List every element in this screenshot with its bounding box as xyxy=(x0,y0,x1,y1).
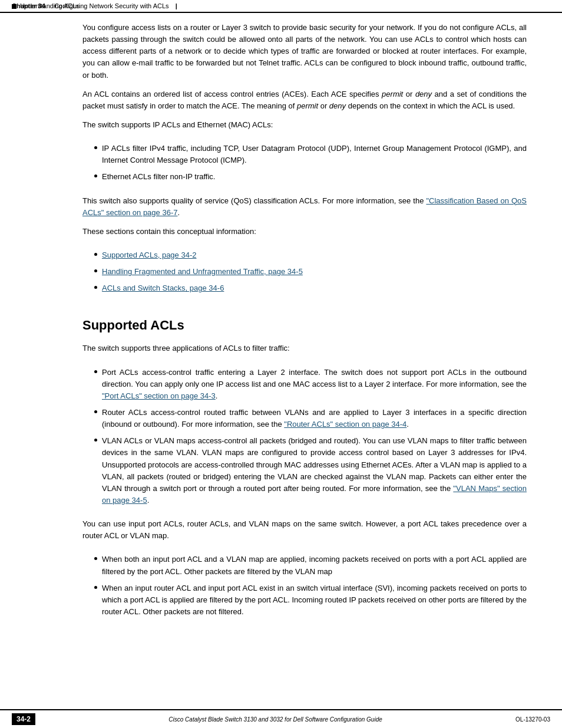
para2-deny2: deny xyxy=(329,101,346,110)
bullet-icon xyxy=(94,269,97,272)
vlan-acl-text: VLAN ACLs or VLAN maps access-control al… xyxy=(102,435,527,506)
acl-applications-list: Port ACLs access-control traffic enterin… xyxy=(94,367,527,512)
para4-prefix: This switch also supports quality of ser… xyxy=(82,196,426,205)
supported-acls-heading: Supported ACLs xyxy=(82,318,527,333)
list-item: VLAN ACLs or VLAN maps access-control al… xyxy=(94,435,527,506)
page-header: Understanding ACLs Chapter 34 Configurin… xyxy=(0,0,562,13)
list-item: When an input router ACL and input port … xyxy=(94,582,527,618)
precedence-list: When both an input port ACL and a VLAN m… xyxy=(94,554,527,622)
bullet-icon xyxy=(94,439,97,442)
para2-deny: deny xyxy=(415,90,432,98)
para2-prefix: An ACL contains an ordered list of acces… xyxy=(82,90,382,98)
paragraph-4: This switch also supports quality of ser… xyxy=(82,195,527,219)
black-square-icon xyxy=(12,4,16,9)
supported-acls-link[interactable]: Supported ACLs, page 34-2 xyxy=(102,249,196,261)
port-acl-prefix: Port ACLs access-control traffic enterin… xyxy=(102,368,527,388)
paragraph-2: An ACL contains an ordered list of acces… xyxy=(82,88,527,112)
bullet-ip-acl: IP ACLs filter IPv4 traffic, including T… xyxy=(102,143,527,166)
list-item: Router ACLs access-control routed traffi… xyxy=(94,407,527,430)
para2-suffix: depends on the context in which the ACL … xyxy=(346,101,515,110)
bullet-input1: When both an input port ACL and a VLAN m… xyxy=(102,554,527,577)
router-acl-text: Router ACLs access-control routed traffi… xyxy=(102,407,527,430)
paragraph-3: The switch supports IP ACLs and Ethernet… xyxy=(82,119,527,131)
header-section-label: Understanding ACLs xyxy=(12,2,80,9)
list-item: When both an input port ACL and a VLAN m… xyxy=(94,554,527,577)
acl-types-list: IP ACLs filter IPv4 traffic, including T… xyxy=(94,143,527,187)
footer-doc-title: Cisco Catalyst Blade Switch 3130 and 303… xyxy=(168,716,382,723)
para2-mid: or xyxy=(403,90,415,98)
paragraph-1: You configure access lists on a router o… xyxy=(82,22,527,81)
bullet-icon xyxy=(94,146,97,149)
para2-mid3: or xyxy=(318,101,329,110)
list-item: Supported ACLs, page 34-2 xyxy=(94,249,527,261)
port-acl-text: Port ACLs access-control traffic enterin… xyxy=(102,367,527,402)
switch-stacks-link[interactable]: ACLs and Switch Stacks, page 34-6 xyxy=(102,282,224,294)
list-item: IP ACLs filter IPv4 traffic, including T… xyxy=(94,143,527,166)
bullet-icon xyxy=(94,286,97,289)
main-content: You configure access lists on a router o… xyxy=(0,13,562,709)
sections-list: Supported ACLs, page 34-2 Handling Fragm… xyxy=(94,249,527,299)
footer-doc-number: OL-13270-03 xyxy=(515,716,550,723)
bullet-icon xyxy=(94,586,97,589)
port-acl-suffix: . xyxy=(216,391,218,400)
router-acls-link[interactable]: "Router ACLs" section on page 34-4 xyxy=(284,420,406,429)
bullet-input2: When an input router ACL and input port … xyxy=(102,582,527,618)
para4-suffix: . xyxy=(177,208,180,217)
router-acl-suffix: . xyxy=(406,420,409,429)
port-acls-link[interactable]: "Port ACLs" section on page 34-3 xyxy=(102,391,216,400)
page-footer: 34-2 Cisco Catalyst Blade Switch 3130 an… xyxy=(0,709,562,728)
vlan-acl-suffix: . xyxy=(147,496,150,505)
bullet-icon xyxy=(94,370,97,373)
paragraph-5: These sections contain this conceptual i… xyxy=(82,226,527,238)
para2-permit: permit xyxy=(382,90,403,98)
list-item: ACLs and Switch Stacks, page 34-6 xyxy=(94,282,527,294)
list-item: Ethernet ACLs filter non-IP traffic. xyxy=(94,171,527,183)
fragmented-traffic-link[interactable]: Handling Fragmented and Unfragmented Tra… xyxy=(102,266,303,278)
header-bar-icon: | xyxy=(176,2,177,9)
page-number: 34-2 xyxy=(12,713,35,725)
page-container: Understanding ACLs Chapter 34 Configurin… xyxy=(0,0,562,728)
bullet-icon xyxy=(94,253,97,256)
paragraph-7: You can use input port ACLs, router ACLs… xyxy=(82,518,527,542)
bullet-ethernet-acl: Ethernet ACLs filter non-IP traffic. xyxy=(102,171,215,183)
paragraph-6: The switch supports three applications o… xyxy=(82,342,527,354)
bullet-icon xyxy=(94,557,97,560)
list-item: Port ACLs access-control traffic enterin… xyxy=(94,367,527,402)
understanding-acls-label: Understanding ACLs xyxy=(20,2,80,9)
para2-permit2: permit xyxy=(297,101,318,110)
bullet-icon xyxy=(94,410,97,413)
list-item: Handling Fragmented and Unfragmented Tra… xyxy=(94,266,527,278)
bullet-icon xyxy=(94,174,97,177)
